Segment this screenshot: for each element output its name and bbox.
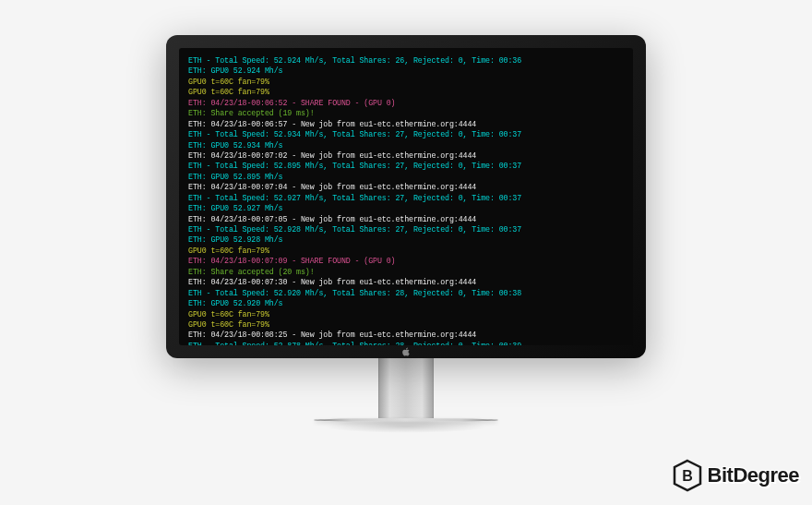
terminal-line: ETH: GPU0 52.927 Mh/s (188, 203, 624, 213)
terminal-line: ETH: 04/23/18-00:07:05 - New job from eu… (188, 214, 624, 224)
terminal-line: ETH: Share accepted (19 ms)! (188, 108, 624, 118)
terminal-line: ETH - Total Speed: 52.920 Mh/s, Total Sh… (188, 288, 624, 298)
terminal-line: ETH - Total Speed: 52.924 Mh/s, Total Sh… (188, 55, 624, 66)
terminal-line: ETH - Total Speed: 52.928 Mh/s, Total Sh… (188, 224, 624, 234)
terminal-output: ETH - Total Speed: 52.924 Mh/s, Total Sh… (188, 55, 624, 345)
terminal-line: ETH: GPU0 52.920 Mh/s (188, 298, 624, 308)
terminal-line: GPU0 t=60C fan=79% (188, 87, 624, 97)
terminal-line: ETH: GPU0 52.934 Mh/s (188, 140, 624, 150)
terminal-line: ETH: 04/23/18-00:07:04 - New job from eu… (188, 182, 624, 192)
terminal-line: ETH: GPU0 52.895 Mh/s (188, 172, 624, 182)
terminal-screen: ETH - Total Speed: 52.924 Mh/s, Total Sh… (179, 48, 633, 345)
apple-logo-icon (400, 346, 412, 357)
bitdegree-logo-icon: B (673, 459, 702, 492)
watermark-text: BitDegree (708, 463, 799, 487)
terminal-line: ETH: 04/23/18-00:07:09 - SHARE FOUND - (… (188, 256, 624, 266)
terminal-line: ETH - Total Speed: 52.927 Mh/s, Total Sh… (188, 193, 624, 203)
svg-text:B: B (682, 468, 693, 484)
terminal-line: GPU0 t=60C fan=79% (188, 319, 624, 330)
terminal-line: ETH: 04/23/18-00:06:52 - SHARE FOUND - (… (188, 98, 624, 108)
terminal-line: GPU0 t=60C fan=79% (188, 309, 624, 319)
monitor-stand-neck (378, 358, 434, 418)
terminal-line: ETH: 04/23/18-00:07:30 - New job from eu… (188, 277, 624, 287)
monitor-stand-base (314, 418, 498, 422)
monitor-bezel: ETH - Total Speed: 52.924 Mh/s, Total Sh… (166, 35, 646, 358)
terminal-line: ETH: GPU0 52.924 Mh/s (188, 66, 624, 76)
watermark: B BitDegree (673, 459, 799, 492)
terminal-line: GPU0 t=60C fan=79% (188, 246, 624, 256)
monitor-frame: ETH - Total Speed: 52.924 Mh/s, Total Sh… (166, 35, 646, 422)
terminal-line: ETH - Total Speed: 52.895 Mh/s, Total Sh… (188, 161, 624, 171)
terminal-line: ETH: 04/23/18-00:07:02 - New job from eu… (188, 150, 624, 161)
terminal-line: ETH - Total Speed: 52.878 Mh/s, Total Sh… (188, 341, 624, 345)
terminal-line: ETH: 04/23/18-00:08:25 - New job from eu… (188, 330, 624, 340)
terminal-line: ETH - Total Speed: 52.934 Mh/s, Total Sh… (188, 129, 624, 139)
terminal-line: ETH: 04/23/18-00:06:57 - New job from eu… (188, 119, 624, 129)
terminal-line: ETH: Share accepted (20 ms)! (188, 267, 624, 277)
terminal-line: GPU0 t=60C fan=79% (188, 77, 624, 87)
terminal-line: ETH: GPU0 52.928 Mh/s (188, 234, 624, 245)
